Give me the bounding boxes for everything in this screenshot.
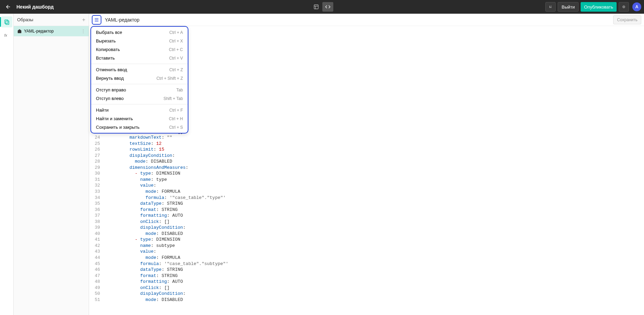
svg-point-4 xyxy=(551,6,552,6)
menu-item-label: Найти и заменить xyxy=(96,116,133,121)
menu-separator xyxy=(91,84,188,84)
menu-item-shortcut: Ctrl + H xyxy=(169,116,183,121)
menu-item-label: Вырезать xyxy=(96,38,116,43)
menu-item-shortcut: Ctrl + Shift + Z xyxy=(157,76,183,81)
sidebar-item-yaml[interactable]: YAML-редактор ⋮ xyxy=(14,26,89,36)
svg-rect-11 xyxy=(6,21,9,25)
logout-button[interactable]: Выйти xyxy=(558,2,579,12)
view-toggle xyxy=(311,2,333,12)
menu-item-shortcut: Ctrl + X xyxy=(169,39,183,43)
menu-separator xyxy=(91,104,188,104)
svg-point-6 xyxy=(551,7,552,8)
menu-item[interactable]: НайтиCtrl + F xyxy=(91,106,188,114)
menu-item[interactable]: Вернуть вводCtrl + Shift + Z xyxy=(91,74,188,83)
menu-item-shortcut: Tab xyxy=(176,88,183,92)
menu-item-label: Вернуть ввод xyxy=(96,76,124,81)
sidebar-header-label: Образы xyxy=(17,17,33,22)
menu-item-label: Отступ вправо xyxy=(96,87,126,92)
menu-item[interactable]: ВырезатьCtrl + X xyxy=(91,37,188,45)
page-title: Некий дашборд xyxy=(16,4,54,10)
menu-item-shortcut: Ctrl + A xyxy=(169,30,183,35)
svg-point-3 xyxy=(550,6,550,6)
sidebar-header: Образы + xyxy=(14,14,89,26)
svg-point-9 xyxy=(623,7,624,7)
add-image-button[interactable]: + xyxy=(82,17,85,23)
svg-point-5 xyxy=(550,7,550,8)
menu-item[interactable]: Отступ вправоTab xyxy=(91,86,188,94)
sidebar-item-label: YAML-редактор xyxy=(24,29,54,34)
editor-dropdown: Выбрать всеCtrl + AВырезатьCtrl + XКопир… xyxy=(90,26,188,134)
menu-item-shortcut: Shift + Tab xyxy=(163,96,183,101)
svg-rect-0 xyxy=(314,5,318,9)
back-button[interactable] xyxy=(3,1,14,12)
save-button[interactable]: Сохранить xyxy=(613,15,641,24)
menu-item-label: Отменить ввод xyxy=(96,67,127,72)
menu-item[interactable]: ВставитьCtrl + V xyxy=(91,54,188,62)
menu-item-shortcut: Ctrl + C xyxy=(169,47,183,52)
menu-item-shortcut: Ctrl + S xyxy=(169,125,183,130)
menu-separator xyxy=(91,64,188,64)
editor-menu-button[interactable] xyxy=(92,15,101,25)
publish-button[interactable]: Опубликовать xyxy=(581,2,617,12)
layout-view-button[interactable] xyxy=(311,2,322,12)
rail-fx[interactable]: fx xyxy=(1,30,12,41)
menu-item[interactable]: Отступ влевоShift + Tab xyxy=(91,94,188,103)
menu-item[interactable]: Отменить вводCtrl + Z xyxy=(91,65,188,74)
svg-text:fx: fx xyxy=(4,33,7,37)
rail-images[interactable] xyxy=(1,16,12,27)
menu-item[interactable]: КопироватьCtrl + C xyxy=(91,45,188,54)
topbar: Некий дашборд Выйти Опубликовать A xyxy=(0,0,644,14)
code-view-button[interactable] xyxy=(322,2,333,12)
menu-item-label: Найти xyxy=(96,108,109,113)
menu-item-label: Отступ влево xyxy=(96,96,124,101)
sidebar: Образы + YAML-редактор ⋮ xyxy=(14,14,89,315)
editor-pane: YAML-редактор Сохранить Выбрать всеCtrl … xyxy=(89,14,644,315)
menu-item-shortcut: Ctrl + Z xyxy=(169,67,183,72)
menu-item-label: Сохранить и закрыть xyxy=(96,125,139,130)
menu-item[interactable]: Выбрать всеCtrl + A xyxy=(91,28,188,37)
avatar[interactable]: A xyxy=(632,2,641,11)
menu-item[interactable]: Сохранить и закрытьCtrl + S xyxy=(91,123,188,131)
home-icon xyxy=(17,29,22,34)
menu-item-label: Выбрать все xyxy=(96,30,122,35)
menu-item-shortcut: Ctrl + V xyxy=(169,56,183,61)
settings-button[interactable] xyxy=(619,2,629,12)
link-button[interactable] xyxy=(545,2,556,12)
sidebar-item-menu[interactable]: ⋮ xyxy=(81,29,85,34)
menu-item[interactable]: Найти и заменитьCtrl + H xyxy=(91,114,188,123)
menu-item-label: Копировать xyxy=(96,47,120,52)
editor-title: YAML-редактор xyxy=(105,17,139,23)
svg-rect-10 xyxy=(5,20,8,24)
nav-rail: fx xyxy=(0,14,14,315)
menu-item-shortcut: Ctrl + F xyxy=(169,108,183,113)
menu-item-label: Вставить xyxy=(96,55,115,61)
